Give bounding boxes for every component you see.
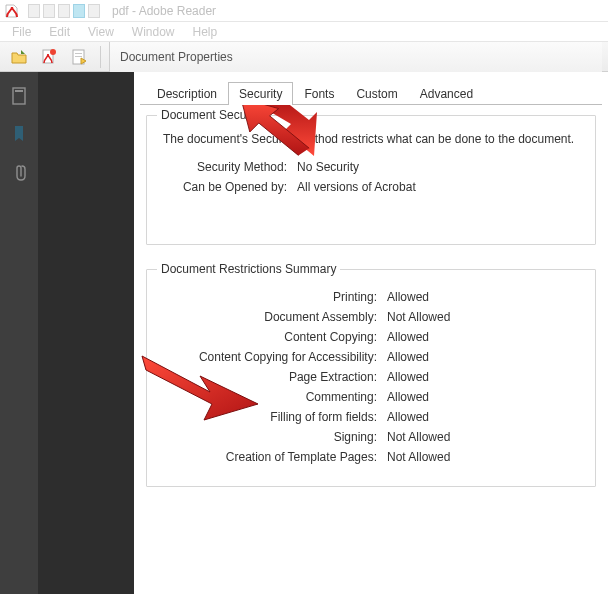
tab-security[interactable]: Security xyxy=(228,82,293,105)
security-method-row: Security Method: No Security xyxy=(157,160,585,174)
restriction-filling-form-fields: Filling of form fields: Allowed xyxy=(157,410,585,424)
window-title: pdf - Adobe Reader xyxy=(112,4,216,18)
main-area: Description Security Fonts Custom Advanc… xyxy=(0,72,608,594)
menu-edit[interactable]: Edit xyxy=(41,23,78,41)
svg-rect-7 xyxy=(15,90,23,92)
restriction-label: Content Copying: xyxy=(157,330,387,344)
toolbar: Document Properties xyxy=(0,42,608,72)
properties-tabs: Description Security Fonts Custom Advanc… xyxy=(146,80,608,104)
restriction-value: Not Allowed xyxy=(387,450,450,464)
restriction-label: Content Copying for Accessibility: xyxy=(157,350,387,364)
restriction-value: Allowed xyxy=(387,390,429,404)
menubar: File Edit View Window Help xyxy=(0,22,608,42)
restriction-label: Filling of form fields: xyxy=(157,410,387,424)
document-security-legend: Document Security xyxy=(157,108,266,122)
attachments-icon[interactable] xyxy=(9,162,29,182)
restriction-value: Not Allowed xyxy=(387,430,450,444)
restriction-printing: Printing: Allowed xyxy=(157,290,585,304)
bookmarks-icon[interactable] xyxy=(9,124,29,144)
document-restrictions-group: Document Restrictions Summary Printing: … xyxy=(146,269,596,487)
restriction-value: Allowed xyxy=(387,410,429,424)
security-method-label: Security Method: xyxy=(157,160,297,174)
restriction-label: Signing: xyxy=(157,430,387,444)
toolbar-separator xyxy=(100,46,101,68)
menu-view[interactable]: View xyxy=(80,23,122,41)
restriction-page-extraction: Page Extraction: Allowed xyxy=(157,370,585,384)
svg-point-2 xyxy=(50,49,56,55)
document-view-background xyxy=(38,72,134,594)
page-thumbnails-icon[interactable] xyxy=(9,86,29,106)
security-description-text: The document's Security Method restricts… xyxy=(163,132,585,146)
tab-description[interactable]: Description xyxy=(146,82,228,105)
tab-fonts[interactable]: Fonts xyxy=(293,82,345,105)
restriction-template-pages: Creation of Template Pages: Not Allowed xyxy=(157,450,585,464)
can-be-opened-by-row: Can be Opened by: All versions of Acroba… xyxy=(157,180,585,194)
titlebar: pdf - Adobe Reader xyxy=(0,0,608,22)
adobe-reader-icon xyxy=(4,3,20,19)
nav-sidebar xyxy=(0,72,38,594)
can-be-opened-by-value: All versions of Acrobat xyxy=(297,180,416,194)
tab-custom[interactable]: Custom xyxy=(345,82,408,105)
restriction-label: Commenting: xyxy=(157,390,387,404)
restriction-content-copying: Content Copying: Allowed xyxy=(157,330,585,344)
dialog-title: Document Properties xyxy=(109,42,602,72)
document-security-group: Document Security The document's Securit… xyxy=(146,115,596,245)
svg-rect-4 xyxy=(75,53,82,54)
tab-content: Document Security The document's Securit… xyxy=(140,104,602,487)
menu-help[interactable]: Help xyxy=(185,23,226,41)
window-thumbnails xyxy=(28,4,100,18)
restriction-value: Allowed xyxy=(387,330,429,344)
menu-window[interactable]: Window xyxy=(124,23,183,41)
restriction-value: Not Allowed xyxy=(387,310,450,324)
restriction-value: Allowed xyxy=(387,350,429,364)
restriction-label: Creation of Template Pages: xyxy=(157,450,387,464)
restriction-value: Allowed xyxy=(387,290,429,304)
tab-advanced[interactable]: Advanced xyxy=(409,82,484,105)
restriction-signing: Signing: Not Allowed xyxy=(157,430,585,444)
menu-file[interactable]: File xyxy=(4,23,39,41)
document-restrictions-legend: Document Restrictions Summary xyxy=(157,262,340,276)
can-be-opened-by-label: Can be Opened by: xyxy=(157,180,297,194)
toolbar-export-button[interactable] xyxy=(66,45,92,69)
restriction-commenting: Commenting: Allowed xyxy=(157,390,585,404)
security-method-value: No Security xyxy=(297,160,359,174)
restriction-content-copying-accessibility: Content Copying for Accessibility: Allow… xyxy=(157,350,585,364)
restriction-value: Allowed xyxy=(387,370,429,384)
restriction-label: Document Assembly: xyxy=(157,310,387,324)
restriction-document-assembly: Document Assembly: Not Allowed xyxy=(157,310,585,324)
restriction-label: Printing: xyxy=(157,290,387,304)
document-properties-panel: Description Security Fonts Custom Advanc… xyxy=(134,72,608,594)
restriction-label: Page Extraction: xyxy=(157,370,387,384)
toolbar-create-pdf-button[interactable] xyxy=(36,45,62,69)
svg-rect-5 xyxy=(75,56,82,57)
toolbar-open-button[interactable] xyxy=(6,45,32,69)
